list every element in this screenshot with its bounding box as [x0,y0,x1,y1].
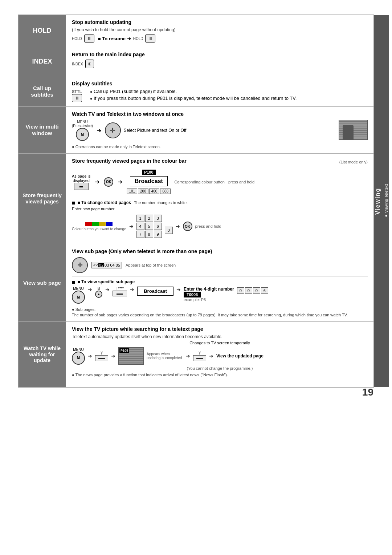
t6-box: T0006 [184,292,201,297]
numpad-5[interactable]: 5 [145,223,153,230]
numpad-zero-row: 0 [165,227,173,234]
menu-row: MENU (Press twice) M ➜ ✛ Select Picture … [72,120,332,141]
numpad-1[interactable]: 1 [136,215,144,222]
ok-col-2: OK [183,222,192,231]
sub-arrow: ➜ [129,223,134,229]
yellow-btn-icon [99,222,106,226]
menu-btn-watch[interactable]: M [72,352,85,365]
callup-title: Display subtitles [72,81,368,86]
resume-text: ■ To resume ➜ [98,36,131,41]
viewmulti-right [336,120,368,140]
digit-1: 0 [245,287,252,294]
t-stars-box: ▬▬ [113,291,127,296]
numpad-8[interactable]: 8 [145,231,153,238]
menu-col-watch: MENU M [72,348,85,365]
callup-row: STTL ⏸ Call up P801 (subtitle page) if a… [72,89,368,102]
ok-button-2[interactable]: OK [183,222,192,231]
sub-pages-note: ● Sub pages: [72,307,95,312]
numpad-row: Colour button you want to change ➜ 1 2 3… [72,213,368,239]
numpad-3[interactable]: 3 [154,215,162,222]
viewmulti-left: MENU (Press twice) M ➜ ✛ Select Picture … [72,120,332,143]
hold-content: Stop automatic updating (If you wish to … [66,15,373,47]
broadcast-box: Broadcast [130,176,168,186]
y-col-2: Y ▬▬ [193,351,206,361]
ok-button[interactable]: OK [104,177,113,187]
view-specific-label: ■ To view specific sub page [72,279,368,284]
press-hold-note: press and hold [228,180,254,184]
broadcast2-box: Broadcast [137,287,173,296]
enter-4digit-col: Enter the 4-digit number T0006 example: … [184,287,234,302]
menu-button[interactable]: M [76,128,89,141]
black-square-icon [72,202,75,204]
as-page-is: As page is [72,174,90,178]
digit-2: 0 [253,287,260,294]
sttl-label: STTL [72,89,82,94]
store-controls: As page is displayed ▬ ➜ OK ➜ P100 Broad… [72,170,368,194]
select-text: Select Picture and text On or Off [124,128,187,133]
hold-section: HOLD Stop automatic updating (If you wis… [19,15,373,47]
broadcast-col: P100 Broadcast 101 200 400 888 [127,170,171,194]
digit-boxes-col: 0 0 0 6 [237,287,268,295]
red-btn-icon [85,222,92,226]
p100-label: P100 [142,170,156,175]
callup-bullets: Call up P801 (subtitle page) if availabl… [90,89,297,101]
callup-section: Call up subtitles Display subtitles STTL… [19,76,373,107]
numpad-0[interactable]: 0 [165,227,173,234]
t-stars-col: T**** ▬▬ [113,287,127,296]
blue-btn-icon [106,222,113,226]
viewsub-main: ✛ <<0203 04 05 Appears at top of the scr… [72,257,368,273]
p108-overlay: P108 [119,348,129,353]
storefrequently-content: Store frequently viewed pages in the col… [66,154,373,244]
appears-when-label: Appears when updating is completed [147,352,183,360]
example-note: example: P6 [184,297,234,302]
changes-note: Changes to TV screen temporarily [72,341,368,345]
callup-content: Display subtitles STTL ⏸ Call up P801 (s… [66,76,373,106]
viewmulti-label: View in multi window [19,107,66,153]
hold-label: HOLD [19,15,66,47]
viewmulti-row: MENU (Press twice) M ➜ ✛ Select Picture … [72,120,368,149]
index-content: Return to the main index page INDEX ① [66,47,373,76]
hold-icon: ⏸ [84,35,94,42]
viewsub-content: View sub page (Only when teletext is mor… [66,244,373,321]
page-200: 200 [138,189,148,194]
callup-label: Call up subtitles [19,76,66,106]
current-page: 02 [98,263,104,267]
store-main-row: As page is displayed ▬ ➜ OK ➜ P100 Broad… [72,170,368,194]
storefrequently-section: Store frequently viewed pages Store freq… [19,154,373,244]
right-tab: Viewing ● Viewing Teletext [374,15,389,387]
press-twice: (Press twice) [72,124,93,128]
subpage-indicator: <<0203 04 05 [91,262,122,268]
numpad-6[interactable]: 6 [154,223,162,230]
index-small-label: INDEX [72,62,83,66]
numpad-9[interactable]: 9 [154,231,162,238]
arrow-store: ➜ [95,178,99,185]
viewsub-controls: MENU M ➜ B ● ➜ T**** ▬▬ ➜ Broadcast [72,287,368,304]
right-tab-sub: ● Viewing Teletext [384,184,388,218]
arrow-store2: ➜ [118,178,122,185]
hold-title: Stop automatic updating [72,19,368,25]
viewmulti-content: Watch TV and Teletext in two windows at … [66,107,373,153]
watchtv-label: Watch TV while waiting for update [19,322,66,387]
y-box-1: ▬▬ [95,355,108,361]
numpad-2[interactable]: 2 [145,215,153,222]
colour-btn-col: Colour button you want to change [72,222,126,231]
displayed: displayed [73,178,89,183]
index-section: INDEX Return to the main index page INDE… [19,47,373,76]
menu-col-sub: MENU M [72,287,85,304]
sub-pages-desc: ● Sub pages: The number of sub pages var… [72,307,368,317]
digit-3: 6 [261,287,268,294]
resume-icon: ⏸ [145,35,155,42]
viewsub-section: View sub page View sub page (Only when t… [19,244,373,322]
store-header: Store frequently viewed pages in the col… [72,158,368,166]
numpad-7[interactable]: 7 [136,231,144,238]
hold-small: HOLD [133,37,143,41]
page-bar: 101 200 400 888 [127,189,171,194]
menu-btn-sub[interactable]: M [72,291,85,304]
page-101: 101 [127,189,137,194]
bullet-2: If you press this button during P801 is … [90,96,297,101]
store-title: Store frequently viewed pages in the col… [72,158,187,164]
numpad-4[interactable]: 4 [136,223,144,230]
page-number: 19 [362,386,373,398]
arrow-1: ➜ [97,127,101,134]
sub-pages-text: The number of sub pages varies depending… [72,313,368,317]
